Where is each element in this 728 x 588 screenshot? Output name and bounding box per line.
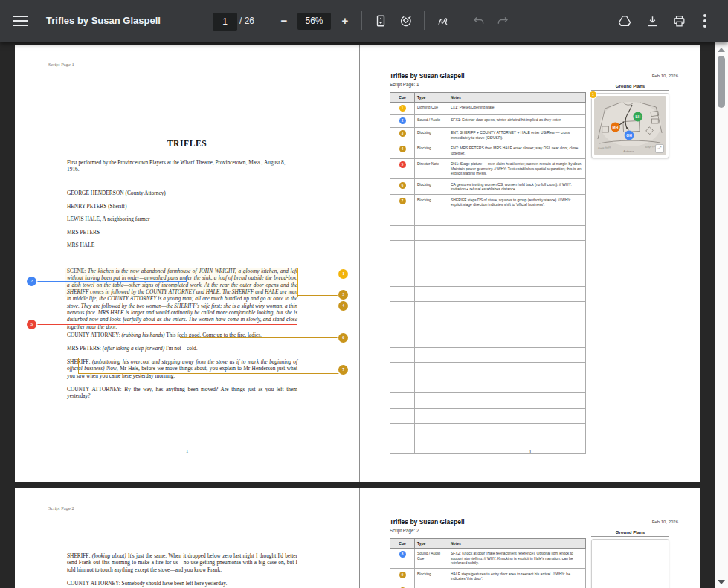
dialogue-block: SHERIFF: (looking about) It's just the s…	[67, 552, 297, 588]
pdf-page-1: Script Page 1 TRIFLES First performed by…	[15, 45, 700, 482]
ground-plan-card[interactable]: LH MH GH Stage Right Audience Stage Left…	[591, 93, 669, 158]
viewer-toolbar: Trifles by Susan Glaspell / 26 − 56% +	[0, 0, 728, 42]
rotate-icon	[399, 14, 413, 28]
highlight-tick-cue2	[186, 276, 187, 282]
cast-list: GEORGE HENDERSON (County Attorney)HENRY …	[67, 190, 297, 256]
empty-cue-row	[390, 210, 586, 226]
cue-marker-4[interactable]: 4	[338, 301, 348, 311]
cast-member: MRS HALE	[67, 242, 297, 248]
cue-marker-2[interactable]: 2	[27, 277, 36, 286]
highlight-bracket-cue7	[78, 358, 79, 374]
drive-add-icon	[617, 13, 632, 28]
cue-marker-6[interactable]: 6	[338, 333, 348, 343]
play-title: TRIFLES	[15, 139, 359, 148]
menu-button[interactable]	[10, 10, 31, 31]
redo-button[interactable]	[492, 10, 513, 31]
dialogue-line: MRS PETERS: (after taking a step forward…	[67, 345, 297, 352]
empty-cue-row	[390, 271, 586, 287]
cue-sheet-subtitle: Script Page: 2	[390, 528, 419, 533]
highlight-bracket-cue5	[297, 307, 297, 325]
toolbar-divider	[361, 11, 362, 30]
cue-row: 8Sound / Audio CueSFX2: Knock at door (H…	[390, 548, 586, 569]
cue-row: 3BlockingENT: SHERIFF + COUNTY ATTORNEY …	[390, 127, 586, 143]
cue-number-badge: 9	[399, 572, 406, 578]
page-number-input[interactable]	[213, 13, 237, 31]
connector-line-cue2	[36, 281, 186, 282]
zoom-out-button[interactable]: −	[274, 10, 294, 31]
cue-sheet-subtitle: Script Page: 1	[390, 82, 419, 87]
cue-table: CueTypeNotes8Sound / Audio CueSFX2: Knoc…	[390, 538, 586, 588]
empty-cue-row	[390, 363, 586, 378]
ground-plans-heading: Ground Plans	[591, 84, 669, 88]
underline-cue4	[65, 306, 339, 306]
annotate-button[interactable]	[433, 10, 454, 31]
fit-page-icon	[374, 14, 387, 28]
cue-number-badge: 1	[399, 105, 406, 112]
cue-sheet-page-2: Trifles by Susan Glaspell Feb 10, 2026 S…	[360, 488, 700, 588]
highlight-box-cue1	[65, 268, 298, 297]
empty-cue-row	[390, 408, 586, 424]
cue-row: 6BlockingCA gestures inviting women CS; …	[390, 179, 586, 195]
dialogue-line: SHERIFF: (looking about) It's just the s…	[67, 552, 297, 573]
cast-member: GEORGE HENDERSON (County Attorney)	[67, 190, 297, 196]
cue-marker-3[interactable]: 3	[338, 290, 348, 300]
rotate-button[interactable]	[396, 10, 416, 31]
connector-line-cue1	[297, 274, 339, 274]
hamburger-icon	[13, 16, 28, 26]
kebab-menu-icon	[703, 14, 706, 28]
cast-member: HENRY PETERS (Sheriff)	[67, 204, 297, 210]
fit-page-button[interactable]	[370, 10, 391, 31]
minus-icon: −	[281, 10, 288, 31]
zoom-in-button[interactable]: +	[335, 10, 355, 31]
empty-cue-row	[390, 317, 586, 332]
ground-plans-rule	[591, 536, 669, 537]
vertical-scrollbar	[715, 42, 728, 588]
ground-plan-cue-badge[interactable]: 1	[590, 91, 596, 98]
scrollbar-thumb[interactable]	[718, 56, 725, 108]
cue-number-badge: 2	[399, 117, 406, 124]
script-page-label: Script Page 2	[48, 505, 74, 511]
cue-sheet-page-1: Trifles by Susan Glaspell Feb 10, 2026 S…	[360, 45, 700, 482]
cue-row: 10BlockingHALE points to rocker CS/DS; g…	[390, 584, 586, 588]
toolbar-divider	[460, 11, 460, 30]
cue-sheet-title: Trifles by Susan Glaspell	[390, 518, 465, 526]
audience-caption: Audience	[622, 150, 634, 153]
scroll-up-arrow[interactable]	[718, 48, 725, 52]
cue-row: 5Director NoteDN1: Stage picture — men c…	[390, 158, 586, 179]
cue-marker-1[interactable]: 1	[338, 269, 348, 279]
pen-scribble-icon	[437, 14, 451, 28]
add-to-drive-button[interactable]	[614, 10, 635, 31]
actor-label-mh: MH	[613, 126, 619, 129]
cue-number-badge: 4	[399, 146, 406, 152]
performance-note: First performed by the Provincetown Play…	[67, 159, 297, 173]
cue-number-badge: 6	[399, 182, 406, 189]
zoom-level-box[interactable]: 56%	[297, 13, 331, 30]
print-button[interactable]	[669, 10, 689, 31]
undo-icon	[472, 14, 486, 28]
pdf-page-2: Script Page 2 SHERIFF: (looking about) I…	[15, 488, 700, 588]
undo-button[interactable]	[468, 10, 489, 31]
download-button[interactable]	[642, 10, 663, 31]
scroll-down-arrow[interactable]	[718, 580, 725, 584]
underline-cue6	[180, 337, 339, 338]
script-page-1: Script Page 1 TRIFLES First performed by…	[15, 45, 360, 482]
dialogue-block: COUNTY ATTORNEY: (rubbing his hands) Thi…	[67, 332, 297, 406]
script-page-label: Script Page 1	[48, 62, 74, 67]
cue-marker-5[interactable]: 5	[27, 320, 36, 329]
cue-sheet-date: Feb 10, 2026	[583, 74, 678, 78]
more-options-button[interactable]	[695, 10, 715, 31]
connector-line-cue3	[297, 295, 339, 296]
toolbar-divider	[268, 11, 268, 30]
toolbar-divider	[424, 11, 425, 30]
ground-plans-heading: Ground Plans	[591, 530, 669, 534]
ground-plan-card[interactable]	[591, 539, 669, 588]
column-header: Notes	[448, 539, 586, 549]
script-footer-page-number: 1	[15, 448, 359, 453]
download-icon	[645, 14, 660, 28]
pdf-viewer-window: Trifles by Susan Glaspell / 26 − 56% +	[0, 0, 728, 588]
expand-icon[interactable]: ⤢	[655, 144, 664, 153]
cue-row: 9BlockingHALE steps/gestures to entry do…	[390, 569, 586, 584]
empty-cue-row	[390, 256, 586, 271]
page-total-label: / 26	[239, 16, 254, 26]
cue-marker-7[interactable]: 7	[338, 365, 348, 375]
